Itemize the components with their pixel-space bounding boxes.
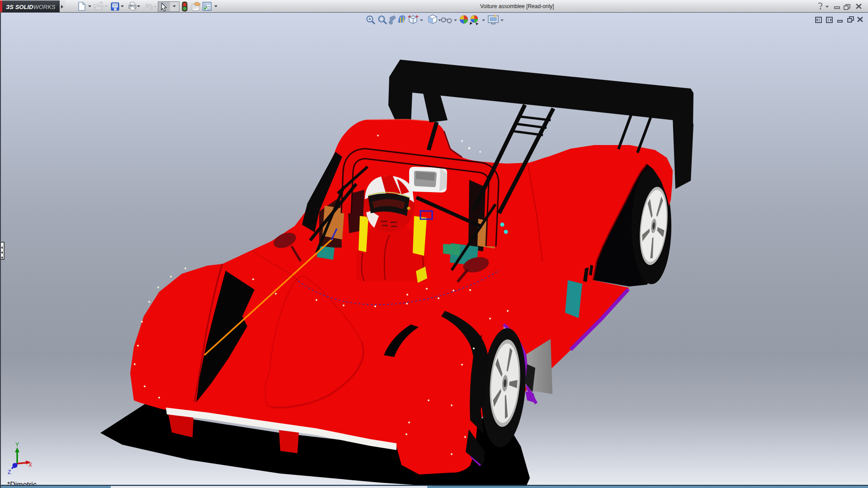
svg-text:Y: Y	[15, 441, 19, 448]
svg-text:X: X	[28, 462, 32, 468]
svg-text:Z: Z	[8, 469, 11, 475]
